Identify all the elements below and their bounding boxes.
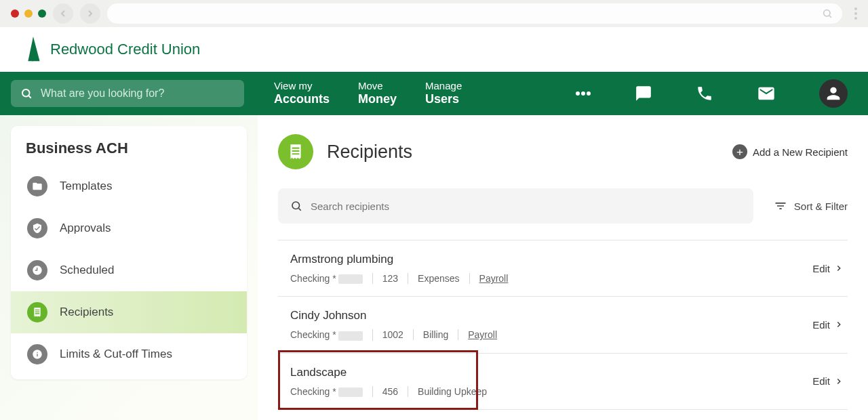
edit-label: Edit <box>812 319 830 331</box>
window-zoom-icon[interactable] <box>38 9 46 18</box>
svg-point-4 <box>576 91 580 96</box>
nav-link-money[interactable]: Move Money <box>358 80 397 107</box>
search-row: Sort & Filter <box>278 188 848 224</box>
recipient-row: LandscapeChecking *456Building UpkeepEdi… <box>278 353 848 410</box>
svg-point-6 <box>587 91 591 96</box>
masked-account-number <box>338 387 363 397</box>
svg-point-5 <box>581 91 585 96</box>
brand-logo[interactable]: Redwood Credit Union <box>23 35 200 64</box>
url-bar[interactable] <box>107 3 842 24</box>
nav-link-users[interactable]: Manage Users <box>425 80 462 107</box>
traffic-lights <box>11 9 46 18</box>
search-recipients[interactable] <box>278 188 753 224</box>
brand-name: Redwood Credit Union <box>50 41 200 58</box>
global-search-input[interactable] <box>41 87 235 100</box>
phone-icon[interactable] <box>696 85 713 102</box>
recipient-tag: Payroll <box>470 273 518 284</box>
window-close-icon[interactable] <box>11 9 19 18</box>
recipient-meta: Checking *123ExpensesPayroll <box>290 273 517 284</box>
edit-label: Edit <box>812 263 830 274</box>
add-recipient-button[interactable]: + Add a New Recipient <box>732 144 848 159</box>
recipient-name: Cindy Johnson <box>290 309 507 322</box>
plus-icon: + <box>732 144 747 159</box>
more-icon[interactable] <box>575 91 591 96</box>
profile-avatar[interactable] <box>819 79 848 108</box>
recipients-page-icon <box>278 134 313 169</box>
edit-recipient-button[interactable]: Edit <box>812 319 844 331</box>
masked-account-number <box>338 331 363 341</box>
edit-recipient-button[interactable]: Edit <box>812 263 844 274</box>
sidebar-item-templates[interactable]: Templates <box>11 165 247 207</box>
recipient-meta: Checking *1002BillingPayroll <box>290 329 507 340</box>
recipient-tag: Building Upkeep <box>408 386 496 397</box>
recipient-account: Checking * <box>290 329 373 340</box>
chevron-right-icon <box>834 377 844 386</box>
recipient-tag: 1002 <box>373 329 414 340</box>
recipient-tag: Billing <box>414 329 458 340</box>
sidebar-item-label: Limits & Cut-off Times <box>60 348 172 361</box>
main-nav: View my Accounts Move Money Manage Users <box>0 72 868 115</box>
recipient-tag: 456 <box>373 386 408 397</box>
sidebar-item-label: Templates <box>60 180 112 193</box>
sidebar-item-label: Recipients <box>60 306 113 319</box>
svg-line-1 <box>829 16 831 18</box>
browser-back-button[interactable] <box>53 3 73 24</box>
search-icon <box>20 87 33 100</box>
sidebar-item-scheduled[interactable]: Scheduled <box>11 249 247 291</box>
edit-label: Edit <box>812 375 830 387</box>
global-search[interactable] <box>11 80 244 107</box>
recipient-tag: 123 <box>373 273 408 284</box>
sidebar-item-approvals[interactable]: Approvals <box>11 207 247 249</box>
chevron-right-icon <box>834 320 844 329</box>
browser-menu-icon[interactable] <box>849 7 857 20</box>
search-recipients-input[interactable] <box>311 201 741 212</box>
sidebar-item-limits[interactable]: Limits & Cut-off Times <box>11 333 247 375</box>
sidebar-item-label: Approvals <box>60 222 111 235</box>
browser-chrome <box>0 0 868 27</box>
recipient-tag: Expenses <box>408 273 469 284</box>
nav-links: View my Accounts Move Money Manage Users <box>274 80 462 107</box>
filter-icon <box>774 199 787 213</box>
add-recipient-label: Add a New Recipient <box>753 146 848 158</box>
recipient-name: Armstrong plumbing <box>290 253 517 266</box>
nav-link-accounts[interactable]: View my Accounts <box>274 80 330 107</box>
svg-point-2 <box>22 89 30 97</box>
svg-line-8 <box>298 208 300 210</box>
mail-icon[interactable] <box>757 84 776 103</box>
masked-account-number <box>338 274 363 284</box>
receipt-icon <box>27 302 47 322</box>
recipient-meta: Checking *456Building Upkeep <box>290 386 496 397</box>
recipient-row: Cindy JohnsonChecking *1002BillingPayrol… <box>278 296 848 352</box>
sidebar-title: Business ACH <box>11 140 247 165</box>
folder-icon <box>27 176 47 196</box>
sidebar-item-recipients[interactable]: Recipients <box>11 291 247 333</box>
logo-bar: Redwood Credit Union <box>0 27 868 72</box>
recipient-account: Checking * <box>290 386 373 397</box>
main: Recipients + Add a New Recipient Sort & … <box>258 115 868 420</box>
clock-icon <box>27 260 47 280</box>
chat-icon[interactable] <box>635 85 652 102</box>
svg-point-7 <box>292 202 300 209</box>
sidebar-wrap: Business ACH Templates Approvals Schedul… <box>0 115 258 420</box>
svg-point-0 <box>824 10 830 16</box>
window-minimize-icon[interactable] <box>24 9 33 18</box>
search-icon <box>822 8 833 19</box>
recipient-tag: Payroll <box>458 329 507 340</box>
info-icon <box>27 344 47 364</box>
chevron-right-icon <box>834 264 844 273</box>
nav-icons <box>575 79 857 108</box>
page-header: Recipients + Add a New Recipient <box>278 134 848 169</box>
recipient-row: Armstrong plumbingChecking *123ExpensesP… <box>278 240 848 296</box>
search-icon <box>290 200 302 212</box>
sidebar-item-label: Scheduled <box>60 264 114 277</box>
recipients-list: Armstrong plumbingChecking *123ExpensesP… <box>278 240 848 410</box>
edit-recipient-button[interactable]: Edit <box>812 375 844 387</box>
recipient-account: Checking * <box>290 273 373 284</box>
sort-filter-label: Sort & Filter <box>794 201 848 212</box>
sort-filter-button[interactable]: Sort & Filter <box>774 199 848 213</box>
content: Business ACH Templates Approvals Schedul… <box>0 115 868 420</box>
recipient-name: Landscape <box>290 366 496 379</box>
shield-check-icon <box>27 218 47 238</box>
svg-line-3 <box>28 96 31 98</box>
browser-forward-button[interactable] <box>80 3 100 24</box>
